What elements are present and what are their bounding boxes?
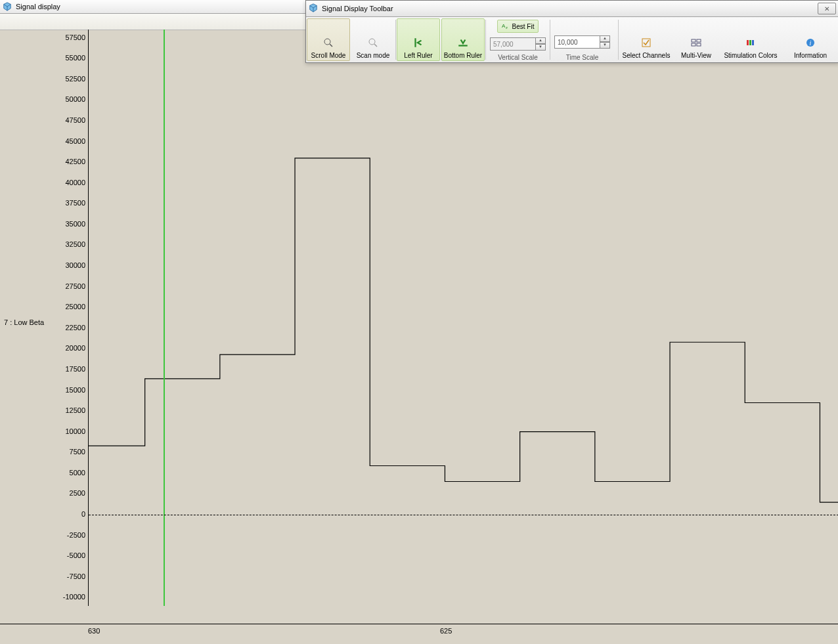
svg-line-9: [330, 44, 332, 47]
y-tick: -2500: [55, 531, 85, 539]
vertical-scale-input[interactable]: [490, 37, 536, 51]
svg-rect-19: [692, 43, 695, 46]
close-icon: ✕: [824, 5, 829, 12]
time-scale-label: Time Scale: [566, 54, 599, 61]
multi-view-icon: [690, 36, 703, 49]
scroll-mode-button[interactable]: Scroll Mode: [307, 18, 350, 61]
left-ruler-button[interactable]: Left Ruler: [397, 18, 440, 61]
vertical-scale-label: Vertical Scale: [498, 54, 538, 61]
toolbar-title-bar[interactable]: Signal Display Toolbar ✕: [306, 1, 838, 17]
scan-mode-label: Scan mode: [357, 52, 390, 59]
svg-rect-21: [747, 40, 749, 45]
spin-up-icon[interactable]: ▲: [600, 35, 610, 42]
time-scale-spinner[interactable]: ▲▼: [554, 35, 610, 49]
y-tick: 27500: [55, 282, 85, 290]
colors-icon: [744, 36, 757, 49]
toolbar-window: Signal Display Toolbar ✕ Scroll Mode Sca…: [305, 0, 838, 63]
signal-title-text: Signal display: [16, 3, 60, 11]
bottom-ruler-label: Bottom Ruler: [444, 52, 482, 59]
vertical-scale-spinner[interactable]: ▲▼: [490, 37, 546, 51]
svg-text:z: z: [506, 26, 508, 30]
y-tick: 30000: [55, 261, 85, 269]
y-tick: 22500: [55, 324, 85, 332]
y-tick: -7500: [55, 572, 85, 580]
app-icon: [3, 2, 12, 11]
y-tick: 37500: [55, 199, 85, 207]
baseline-zero: [89, 515, 838, 515]
x-axis: 630 625: [0, 624, 838, 644]
time-scale-input[interactable]: [554, 35, 600, 49]
toolbar-body: Scroll Mode Scan mode Left Ruler Bottom …: [306, 17, 838, 62]
y-tick: 7500: [55, 448, 85, 456]
select-channels-button[interactable]: Select Channels: [619, 18, 673, 61]
svg-rect-22: [749, 40, 751, 45]
y-tick: 20000: [55, 344, 85, 352]
information-button[interactable]: i Information: [783, 18, 837, 61]
bottom-ruler-button[interactable]: Bottom Ruler: [441, 18, 485, 61]
y-tick: 15000: [55, 386, 85, 394]
chart-canvas[interactable]: [88, 30, 838, 606]
magnifier-icon: [366, 36, 380, 49]
svg-rect-23: [752, 40, 754, 45]
time-scale-group: ▲▼ Time Scale: [550, 17, 614, 62]
spin-down-icon[interactable]: ▼: [536, 44, 546, 51]
y-tick: 0: [55, 510, 85, 518]
y-tick: 12500: [55, 406, 85, 414]
plot-area[interactable]: 7 : Low Beta 575005500052500500004750045…: [0, 30, 838, 614]
info-icon: i: [804, 36, 817, 49]
best-fit-button[interactable]: Az Best Fit: [497, 20, 539, 33]
y-axis: 5750055000525005000047500450004250040000…: [55, 30, 88, 606]
svg-rect-16: [642, 39, 650, 47]
select-channels-icon: [640, 36, 653, 49]
y-tick: 55000: [55, 54, 85, 62]
app-icon: [309, 3, 318, 14]
multi-view-label: Multi-View: [681, 52, 711, 59]
cursor-marker: [164, 30, 165, 606]
spin-up-icon[interactable]: ▲: [536, 37, 546, 44]
left-ruler-icon: [412, 36, 425, 49]
y-tick: 47500: [55, 116, 85, 124]
toolbar-title-text: Signal Display Toolbar: [322, 5, 818, 12]
y-tick: 45000: [55, 137, 85, 145]
svg-text:i: i: [810, 39, 812, 47]
y-tick: 42500: [55, 158, 85, 165]
scroll-mode-label: Scroll Mode: [311, 52, 346, 59]
spin-down-icon[interactable]: ▼: [600, 42, 610, 49]
step-path: [89, 30, 838, 606]
x-tick: 630: [88, 627, 100, 635]
svg-rect-20: [697, 43, 701, 46]
close-button[interactable]: ✕: [818, 3, 836, 14]
stimulation-colors-label: Stimulation Colors: [724, 52, 777, 59]
y-tick: 32500: [55, 240, 85, 248]
y-tick: 57500: [55, 33, 85, 41]
y-tick: -5000: [55, 551, 85, 559]
y-tick: 10000: [55, 427, 85, 435]
y-tick: 5000: [55, 469, 85, 477]
select-channels-label: Select Channels: [623, 52, 671, 59]
y-tick: 2500: [55, 489, 85, 497]
channel-label: 7 : Low Beta: [4, 318, 44, 326]
y-tick: 25000: [55, 303, 85, 311]
signal-display-window: Signal display 7 : Low Beta 575005500052…: [0, 0, 838, 644]
scan-mode-button[interactable]: Scan mode: [351, 18, 395, 61]
svg-rect-18: [697, 39, 701, 42]
y-tick: 17500: [55, 365, 85, 373]
stimulation-colors-button[interactable]: Stimulation Colors: [719, 18, 782, 61]
multi-view-button[interactable]: Multi-View: [674, 18, 718, 61]
y-tick: -10000: [55, 593, 85, 601]
best-fit-label: Best Fit: [512, 23, 535, 30]
left-ruler-label: Left Ruler: [404, 52, 432, 59]
bottom-ruler-icon: [456, 36, 470, 49]
svg-point-8: [324, 39, 330, 45]
y-tick: 40000: [55, 179, 85, 186]
x-tick: 625: [440, 627, 452, 635]
svg-point-10: [369, 39, 375, 45]
svg-rect-17: [692, 39, 695, 42]
y-tick: 52500: [55, 75, 85, 83]
information-label: Information: [794, 52, 827, 59]
magnifier-icon: [322, 36, 335, 49]
best-fit-icon: Az: [502, 22, 510, 31]
vertical-scale-group: Az Best Fit ▲▼ Vertical Scale: [486, 17, 550, 62]
svg-line-11: [374, 44, 377, 47]
y-tick: 50000: [55, 95, 85, 103]
